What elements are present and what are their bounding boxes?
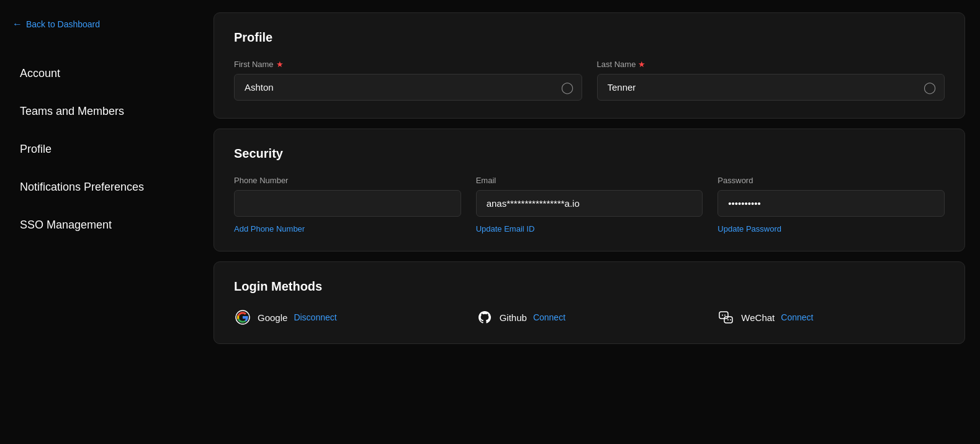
- phone-label: Phone Number: [234, 176, 461, 185]
- sidebar-item-teams-and-members[interactable]: Teams and Members: [5, 94, 194, 129]
- security-card: Security Phone Number Add Phone Number E…: [214, 129, 965, 251]
- back-to-dashboard-link[interactable]: ← Back to Dashboard: [0, 12, 199, 42]
- first-name-label: First Name ★: [234, 60, 582, 69]
- wechat-name: WeChat: [741, 312, 775, 323]
- login-methods-row: Google Disconnect Github Connect: [234, 309, 945, 326]
- main-content: Profile First Name ★ ◯ Last Name ★: [199, 0, 980, 444]
- last-name-loading-icon: ◯: [924, 81, 936, 94]
- last-name-required: ★: [638, 60, 645, 69]
- last-name-group: Last Name ★ ◯: [597, 60, 945, 101]
- password-field-group: Password Update Password: [717, 176, 945, 233]
- phone-input[interactable]: [234, 190, 461, 217]
- sidebar-item-sso-management[interactable]: SSO Management: [5, 207, 194, 243]
- login-methods-title: Login Methods: [234, 279, 945, 294]
- sidebar-item-profile[interactable]: Profile: [5, 132, 194, 167]
- password-input[interactable]: [717, 190, 945, 217]
- google-name: Google: [258, 312, 287, 323]
- login-method-google: Google Disconnect: [234, 309, 461, 326]
- first-name-input-wrapper: ◯: [234, 74, 582, 101]
- last-name-input-wrapper: ◯: [597, 74, 945, 101]
- profile-title: Profile: [234, 30, 945, 45]
- sidebar: ← Back to Dashboard Account Teams and Me…: [0, 0, 199, 444]
- wechat-icon: [717, 309, 735, 326]
- security-title: Security: [234, 147, 945, 161]
- svg-point-5: [727, 319, 729, 320]
- login-method-github: Github Connect: [476, 309, 703, 326]
- phone-field-group: Phone Number Add Phone Number: [234, 176, 461, 233]
- login-method-wechat: WeChat Connect: [717, 309, 945, 326]
- first-name-group: First Name ★ ◯: [234, 60, 582, 101]
- security-fields: Phone Number Add Phone Number Email Upda…: [234, 176, 945, 233]
- back-arrow-icon: ←: [12, 19, 22, 30]
- profile-card: Profile First Name ★ ◯ Last Name ★: [214, 12, 965, 119]
- svg-point-6: [730, 319, 731, 320]
- sidebar-nav: Account Teams and Members Profile Notifi…: [0, 55, 199, 244]
- last-name-input[interactable]: [597, 74, 945, 101]
- first-name-loading-icon: ◯: [561, 81, 573, 94]
- svg-point-3: [724, 315, 726, 316]
- google-disconnect-button[interactable]: Disconnect: [294, 312, 336, 322]
- update-email-link[interactable]: Update Email ID: [476, 224, 703, 233]
- github-icon: [476, 309, 493, 326]
- first-name-input[interactable]: [234, 74, 582, 101]
- email-label: Email: [476, 176, 703, 185]
- github-connect-button[interactable]: Connect: [533, 312, 565, 322]
- first-name-required: ★: [276, 60, 284, 69]
- back-link-label: Back to Dashboard: [26, 19, 100, 29]
- google-icon: [234, 309, 251, 326]
- svg-point-2: [722, 315, 723, 316]
- update-password-link[interactable]: Update Password: [717, 224, 945, 233]
- svg-rect-1: [719, 312, 728, 319]
- last-name-label: Last Name ★: [597, 60, 945, 69]
- add-phone-link[interactable]: Add Phone Number: [234, 224, 461, 233]
- sidebar-item-account[interactable]: Account: [5, 56, 194, 91]
- email-field-group: Email Update Email ID: [476, 176, 703, 233]
- password-label: Password: [717, 176, 945, 185]
- github-name: Github: [500, 312, 527, 323]
- login-methods-card: Login Methods Google Disconnect: [214, 261, 965, 344]
- sidebar-item-notifications-preferences[interactable]: Notifications Preferences: [5, 170, 194, 205]
- wechat-connect-button[interactable]: Connect: [781, 312, 813, 322]
- email-input[interactable]: [476, 190, 703, 217]
- profile-fields: First Name ★ ◯ Last Name ★ ◯: [234, 60, 945, 101]
